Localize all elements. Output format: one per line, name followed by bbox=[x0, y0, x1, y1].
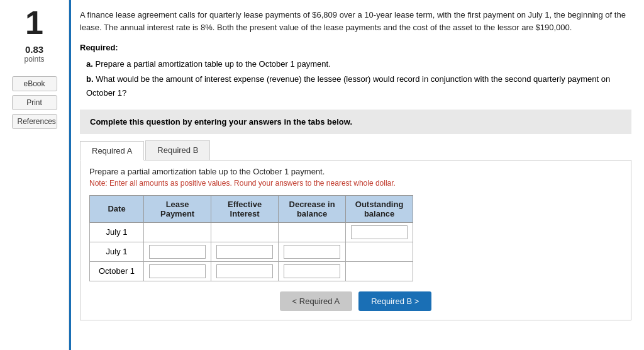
decrease-balance-1 bbox=[279, 222, 346, 242]
ebook-button[interactable]: eBook bbox=[12, 76, 57, 91]
col-decrease-balance: Decrease inbalance bbox=[279, 195, 346, 222]
date-cell-3: October 1 bbox=[90, 261, 144, 281]
decrease-balance-cell-2 bbox=[279, 242, 346, 261]
required-items: a. Prepare a partial amortization table … bbox=[80, 57, 631, 100]
tabs-container: Required A Required B bbox=[80, 140, 631, 161]
lease-payment-cell-3 bbox=[144, 261, 211, 281]
required-item-a: a. Prepare a partial amortization table … bbox=[86, 57, 631, 71]
main-content: A finance lease agreement calls for quar… bbox=[69, 0, 644, 350]
required-item-b: b. What would be the amount of interest … bbox=[86, 72, 631, 100]
points-value: 0.83 bbox=[25, 44, 43, 55]
nav-buttons: < Required A Required B > bbox=[89, 291, 622, 311]
item-b-key: b. bbox=[86, 74, 96, 84]
references-button[interactable]: References bbox=[12, 114, 57, 129]
tab-required-a[interactable]: Required A bbox=[80, 141, 144, 161]
tab-description: Prepare a partial amortization table up … bbox=[89, 167, 622, 176]
effective-interest-cell-2 bbox=[211, 242, 279, 261]
question-text: A finance lease agreement calls for quar… bbox=[80, 9, 631, 34]
effective-interest-cell-3 bbox=[211, 261, 279, 281]
amortization-table: Date LeasePayment EffectiveInterest Decr… bbox=[89, 195, 413, 281]
effective-interest-1 bbox=[211, 222, 279, 242]
lease-payment-1 bbox=[144, 222, 211, 242]
table-row: October 1 bbox=[90, 261, 413, 281]
complete-box-text: Complete this question by entering your … bbox=[90, 117, 352, 127]
outstanding-balance-cell-1 bbox=[346, 222, 413, 242]
item-a-text: Prepare a partial amortization table up … bbox=[95, 59, 330, 69]
date-cell-2: July 1 bbox=[90, 242, 144, 261]
effective-interest-input-2[interactable] bbox=[216, 245, 273, 259]
lease-payment-input-2[interactable] bbox=[149, 245, 206, 259]
table-row: July 1 bbox=[90, 222, 413, 242]
col-date: Date bbox=[90, 195, 144, 222]
sidebar: 1 0.83 points eBook Print References bbox=[0, 0, 69, 350]
item-b-text: What would be the amount of interest exp… bbox=[86, 74, 610, 98]
question-number: 1 bbox=[25, 6, 43, 39]
tab-a-content: Prepare a partial amortization table up … bbox=[80, 161, 631, 320]
item-a-key: a. bbox=[86, 59, 95, 69]
required-label: Required: bbox=[80, 43, 631, 52]
col-outstanding-balance: Outstandingbalance bbox=[346, 195, 413, 222]
decrease-balance-cell-3 bbox=[279, 261, 346, 281]
note-text: Note: Enter all amounts as positive valu… bbox=[89, 179, 622, 188]
tab-required-b[interactable]: Required B bbox=[145, 140, 210, 160]
decrease-balance-input-2[interactable] bbox=[284, 245, 340, 259]
outstanding-balance-input-1[interactable] bbox=[351, 225, 408, 239]
col-lease-payment: LeasePayment bbox=[144, 195, 211, 222]
effective-interest-input-3[interactable] bbox=[216, 264, 273, 278]
prev-button[interactable]: < Required A bbox=[280, 291, 353, 311]
col-effective-interest: EffectiveInterest bbox=[211, 195, 279, 222]
next-button[interactable]: Required B > bbox=[358, 291, 431, 311]
lease-payment-input-3[interactable] bbox=[149, 264, 206, 278]
table-row: July 1 bbox=[90, 242, 413, 261]
lease-payment-cell-2 bbox=[144, 242, 211, 261]
outstanding-balance-2 bbox=[346, 242, 413, 261]
decrease-balance-input-3[interactable] bbox=[284, 264, 340, 278]
outstanding-balance-3 bbox=[346, 261, 413, 281]
points-label: points bbox=[24, 55, 44, 64]
print-button[interactable]: Print bbox=[12, 95, 57, 110]
complete-box: Complete this question by entering your … bbox=[80, 110, 631, 134]
date-cell-1: July 1 bbox=[90, 222, 144, 242]
